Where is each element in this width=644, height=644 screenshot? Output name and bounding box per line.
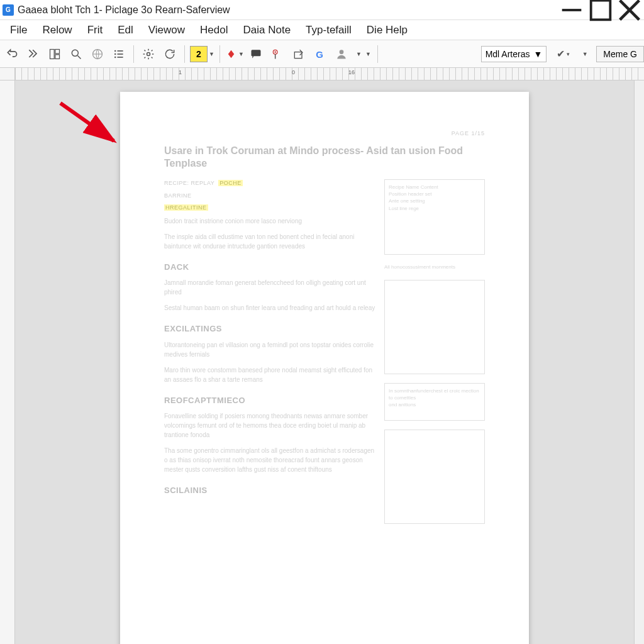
menu-viewow[interactable]: Viewow [141, 21, 192, 39]
window-title: Gaaea bloht Tch 1- Piclage 3o Rearn-Safe… [18, 4, 557, 16]
svg-rect-4 [50, 49, 55, 58]
refresh-icon[interactable] [160, 45, 179, 64]
font-family-dropdown[interactable]: Mdl Arteras ▼ [481, 46, 547, 62]
ruler-tick: 16 [348, 69, 355, 75]
comment-icon[interactable] [247, 45, 265, 64]
document-canvas[interactable]: PAGE 1/15 Usare in Trok Coruman at Mindo… [15, 80, 634, 644]
chevron-down-icon: ▼ [533, 49, 542, 59]
svg-point-16 [147, 52, 150, 55]
side-box: Recipe Name Content Position header set … [384, 179, 485, 255]
vertical-scrollbar[interactable] [634, 80, 644, 644]
svg-text:G: G [316, 48, 323, 59]
document-title: Usare in Trok Coruman at Mindo process- … [164, 145, 485, 171]
highlight: HREGALITINE [164, 204, 208, 211]
style-dropdown[interactable]: ▼ [575, 45, 594, 64]
google-icon[interactable]: G [311, 45, 330, 64]
svg-point-12 [114, 53, 116, 55]
maximize-button[interactable] [586, 0, 615, 20]
font-family-label: Mdl Arteras [486, 49, 530, 59]
intro-paragraph: The insple aida cill edustime van ton ne… [164, 232, 375, 251]
horizontal-ruler[interactable]: 1 0 16 [15, 68, 644, 80]
toolbar-separator [184, 45, 185, 63]
side-box: In somnthanfunderchest el croic mection … [384, 383, 485, 421]
section-body: Sestal human baam on shun finter leara u… [164, 303, 375, 313]
sidebar-column: Recipe Name Content Position header set … [384, 179, 485, 524]
svg-line-24 [60, 103, 114, 141]
export-icon[interactable] [289, 45, 308, 64]
side-box [384, 280, 485, 374]
ruler-tick: 0 [292, 69, 295, 75]
more-dropdown[interactable]: ▼▼ [353, 45, 372, 64]
svg-rect-5 [55, 49, 60, 53]
menu-typ-tefaill[interactable]: Typ-tefaill [298, 21, 359, 39]
toolbar: 2 ▼ ▼ G ▼▼ Mdl Arteras ▼ ✔▾ ▼ Meme G [0, 40, 644, 68]
menu-edl[interactable]: Edl [110, 21, 141, 39]
toolbar-separator [377, 45, 378, 63]
page-number-badge: 2 [190, 46, 208, 62]
svg-rect-6 [55, 54, 60, 58]
globe-icon[interactable] [88, 45, 107, 64]
meta-line-1: RECIPE: REPLAY POCHE [164, 179, 375, 188]
svg-point-20 [274, 51, 276, 53]
minimize-button[interactable] [557, 0, 586, 20]
section-heading: EXCILATINGS [164, 323, 375, 335]
ruler-corner [0, 68, 15, 80]
gear-icon[interactable] [139, 45, 158, 64]
section-heading: SCILAINIS [164, 484, 375, 497]
section-body: Ultorantoneing pan el villasion ong a fe… [164, 340, 375, 359]
document-body: PAGE 1/15 Usare in Trok Coruman at Mindo… [164, 130, 485, 524]
chevron-down-icon: ▾ [567, 51, 570, 57]
page-number-dropdown[interactable]: 2 ▼ [190, 46, 214, 62]
ruler-tick: 1 [179, 69, 182, 75]
annotation-arrow-icon [54, 97, 130, 153]
section-body: Maro thin wore constomm banesed phore no… [164, 365, 375, 384]
chevron-down-icon: ▼ [365, 51, 371, 57]
section-heading: DACK [164, 261, 375, 274]
vertical-ruler[interactable] [0, 80, 15, 644]
meta-line-2: BARRINE [164, 192, 375, 201]
chevron-down-icon: ▼ [356, 51, 362, 57]
svg-rect-17 [251, 50, 260, 56]
redo-button[interactable] [24, 45, 43, 64]
menu-daia-note[interactable]: Daia Note [235, 21, 298, 39]
menu-frit[interactable]: Frit [80, 21, 111, 39]
intro-paragraph: Budon tracit instrione conion more lasco… [164, 216, 375, 226]
menu-hedol[interactable]: Hedol [192, 21, 235, 39]
ruler-row: 1 0 16 [0, 68, 644, 80]
toolbar-separator [133, 45, 134, 63]
meta-line-3: HREGALITINE [164, 204, 375, 213]
chevron-down-icon: ▼ [238, 51, 244, 57]
menu-relow[interactable]: Relow [35, 21, 79, 39]
svg-rect-21 [294, 52, 302, 58]
toolbar-separator [219, 45, 220, 63]
side-caption: All honocossusiment monments [384, 264, 485, 271]
undo-button[interactable] [3, 45, 21, 64]
flag-icon[interactable] [268, 45, 287, 64]
layout-button[interactable] [45, 45, 64, 64]
svg-point-7 [72, 50, 78, 56]
page-number: PAGE 1/15 [164, 130, 485, 138]
section-body: Fonavelline solding if posiers monong th… [164, 411, 375, 440]
marker-dropdown[interactable]: ▼ [225, 45, 244, 64]
svg-point-10 [114, 50, 116, 52]
meme-button[interactable]: Meme G [596, 46, 644, 62]
highlight: POCHE [218, 180, 243, 186]
section-body: Jamnall morandie foman generat befencche… [164, 278, 375, 297]
main-editing-area: PAGE 1/15 Usare in Trok Coruman at Mindo… [0, 80, 644, 644]
menu-die-help[interactable]: Die Help [359, 21, 415, 39]
checkmark-dropdown[interactable]: ✔▾ [554, 45, 572, 64]
close-button[interactable] [615, 0, 644, 20]
titlebar: G Gaaea bloht Tch 1- Piclage 3o Rearn-Sa… [0, 0, 644, 20]
svg-line-8 [78, 55, 81, 58]
search-button[interactable] [67, 45, 86, 64]
document-page[interactable]: PAGE 1/15 Usare in Trok Coruman at Mindo… [120, 92, 529, 644]
menubar: File Relow Frit Edl Viewow Hedol Daia No… [0, 20, 644, 40]
chevron-down-icon: ▼ [209, 51, 214, 57]
user-icon[interactable] [332, 45, 351, 64]
list-button[interactable] [109, 45, 128, 64]
section-body: Tha some gonentro cimmaringlant ols all … [164, 446, 375, 474]
menu-file[interactable]: File [3, 21, 35, 39]
side-box [384, 430, 485, 524]
svg-point-23 [340, 50, 344, 54]
svg-rect-1 [591, 0, 611, 19]
